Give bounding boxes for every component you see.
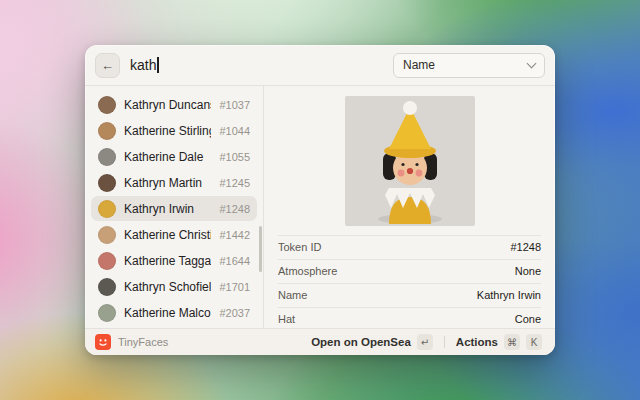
search-input[interactable]: kath [130, 57, 159, 73]
metadata-row: Name Kathryn Irwin [278, 283, 541, 307]
results-list: Kathryn Duncanson #1037 Katherine Stirli… [85, 86, 264, 328]
avatar [98, 174, 116, 192]
result-token-id: #1245 [219, 177, 250, 189]
list-item[interactable]: Katherine Taggart #1644 [91, 248, 257, 273]
result-name: Kathryn Martin [124, 176, 211, 190]
actions-label: Actions [456, 336, 498, 348]
footer-actions: Open on OpenSea ↵ Actions ⌘ K [308, 332, 545, 352]
search-bar: ← kath Name [85, 45, 555, 86]
list-item[interactable]: Katherine Christie #1442 [91, 222, 257, 247]
list-item[interactable]: Katherine Stirling #1044 [91, 118, 257, 143]
avatar [98, 226, 116, 244]
tinyfaces-face-glyph [95, 334, 111, 350]
result-name: Katherine Malcolm [124, 306, 211, 320]
search-query-text: kath [130, 57, 156, 73]
avatar [98, 200, 116, 218]
metadata-row: Hat Cone [278, 307, 541, 328]
metadata-label: Token ID [278, 241, 321, 253]
metadata-value: #1248 [510, 241, 541, 253]
result-name: Katherine Dale [124, 150, 211, 164]
result-token-id: #1442 [219, 229, 250, 241]
metadata-label: Name [278, 289, 307, 301]
list-item[interactable]: Katherine Dale #1055 [91, 144, 257, 169]
filter-selected-value: Name [403, 58, 435, 72]
k-key: K [526, 334, 542, 350]
open-on-opensea-button[interactable]: Open on OpenSea ↵ [308, 332, 436, 352]
avatar [98, 278, 116, 296]
list-item[interactable]: Kathryn Schofield #1701 [91, 274, 257, 299]
result-name: Kathryn Schofield [124, 280, 211, 294]
metadata-label: Hat [278, 313, 295, 325]
tinyfaces-app-icon [95, 334, 111, 350]
result-token-id: #1701 [219, 281, 250, 293]
token-image [345, 96, 475, 226]
result-token-id: #1248 [219, 203, 250, 215]
result-name: Kathryn Duncanson [124, 98, 211, 112]
result-name: Katherine Christie [124, 228, 211, 242]
back-arrow-icon: ← [101, 58, 114, 73]
command-key-icon: ⌘ [504, 334, 520, 350]
enter-key-icon: ↵ [417, 334, 433, 350]
actions-button[interactable]: Actions ⌘ K [453, 332, 545, 352]
result-token-id: #1037 [219, 99, 250, 111]
metadata-row: Token ID #1248 [278, 235, 541, 259]
avatar [98, 122, 116, 140]
metadata-value: Kathryn Irwin [477, 289, 541, 301]
list-item[interactable]: Kathryn Duncanson #1037 [91, 92, 257, 117]
list-item[interactable]: Katherine Malcolm #2037 [91, 300, 257, 325]
avatar [98, 148, 116, 166]
command-palette-window: ← kath Name Kathryn Duncanson #1037 Kath… [85, 45, 555, 355]
avatar [98, 304, 116, 322]
scrollbar-thumb[interactable] [259, 226, 262, 272]
open-on-opensea-label: Open on OpenSea [311, 336, 411, 348]
metadata-value: None [515, 265, 541, 277]
result-token-id: #1055 [219, 151, 250, 163]
footer-divider [444, 336, 445, 348]
back-button[interactable]: ← [95, 53, 120, 78]
footer-bar: TinyFaces Open on OpenSea ↵ Actions ⌘ K [85, 328, 555, 355]
main-content: Kathryn Duncanson #1037 Katherine Stirli… [85, 86, 555, 328]
result-name: Katherine Stirling [124, 124, 211, 138]
result-name: Katherine Taggart [124, 254, 211, 268]
detail-panel: Token ID #1248 Atmosphere None Name Kath… [264, 86, 555, 328]
result-token-id: #1044 [219, 125, 250, 137]
list-item[interactable]: Kathryn Martin #1245 [91, 170, 257, 195]
filter-dropdown[interactable]: Name [393, 53, 545, 78]
metadata-row: Atmosphere None [278, 259, 541, 283]
result-name: Kathryn Irwin [124, 202, 211, 216]
list-item-selected[interactable]: Kathryn Irwin #1248 [91, 196, 257, 221]
avatar [98, 96, 116, 114]
avatar [98, 252, 116, 270]
result-token-id: #2037 [219, 307, 250, 319]
chevron-down-icon [527, 59, 537, 69]
result-token-id: #1644 [219, 255, 250, 267]
doll-illustration [345, 96, 475, 226]
app-name-label: TinyFaces [118, 336, 168, 348]
metadata-value: Cone [515, 313, 541, 325]
text-caret [157, 57, 159, 73]
metadata-label: Atmosphere [278, 265, 337, 277]
